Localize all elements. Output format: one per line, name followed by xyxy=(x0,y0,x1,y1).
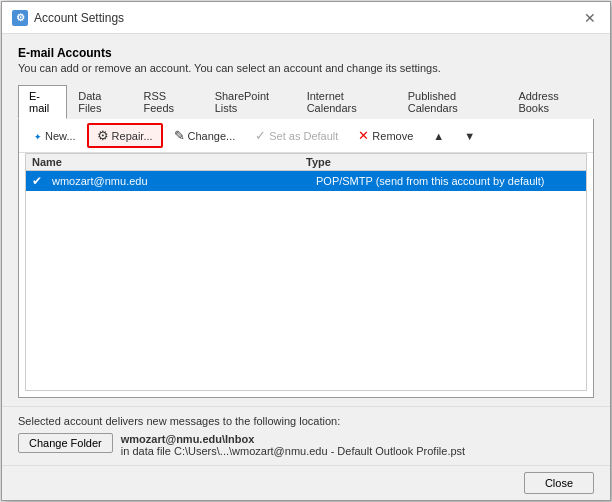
down-icon xyxy=(464,130,475,142)
up-icon xyxy=(433,130,444,142)
change-button[interactable]: Change... xyxy=(165,124,245,147)
remove-icon xyxy=(358,128,369,143)
default-icon xyxy=(255,128,266,143)
toolbar: New... Repair... Change... Set as Defaul… xyxy=(19,119,593,153)
account-name: wmozart@nmu.edu xyxy=(52,175,316,187)
footer-section: Selected account delivers new messages t… xyxy=(2,406,610,465)
accounts-table: Name Type wmozart@nmu.edu POP/SMTP (send… xyxy=(25,153,587,391)
footer-label: Selected account delivers new messages t… xyxy=(18,415,594,427)
section-desc: You can add or remove an account. You ca… xyxy=(18,62,594,74)
remove-button[interactable]: Remove xyxy=(349,124,422,147)
title-bar-left: ⚙ Account Settings xyxy=(12,10,124,26)
tab-content: New... Repair... Change... Set as Defaul… xyxy=(18,119,594,398)
tab-rss-feeds[interactable]: RSS Feeds xyxy=(133,85,204,119)
repair-button[interactable]: Repair... xyxy=(87,123,163,148)
section-title: E-mail Accounts xyxy=(18,46,594,60)
new-button[interactable]: New... xyxy=(25,124,85,147)
set-default-label: Set as Default xyxy=(269,130,338,142)
dialog-icon: ⚙ xyxy=(12,10,28,26)
type-column-header: Type xyxy=(306,156,580,168)
tab-sharepoint-lists[interactable]: SharePoint Lists xyxy=(204,85,296,119)
footer-row: Change Folder wmozart@nmu.edu\Inbox in d… xyxy=(18,433,594,457)
title-bar: ⚙ Account Settings ✕ xyxy=(2,2,610,34)
set-default-button[interactable]: Set as Default xyxy=(246,124,347,147)
dialog-body: E-mail Accounts You can add or remove an… xyxy=(2,34,610,406)
change-label: Change... xyxy=(188,130,236,142)
repair-label: Repair... xyxy=(112,130,153,142)
tab-internet-calendars[interactable]: Internet Calendars xyxy=(296,85,397,119)
folder-path: wmozart@nmu.edu\Inbox xyxy=(121,433,465,445)
move-down-button[interactable] xyxy=(455,126,484,146)
folder-data-file: in data file C:\Users\...\wmozart@nmu.ed… xyxy=(121,445,465,457)
tabs: E-mail Data Files RSS Feeds SharePoint L… xyxy=(18,84,594,119)
remove-label: Remove xyxy=(372,130,413,142)
account-settings-dialog: ⚙ Account Settings ✕ E-mail Accounts You… xyxy=(1,1,611,501)
tab-data-files[interactable]: Data Files xyxy=(67,85,132,119)
name-column-header: Name xyxy=(32,156,306,168)
bottom-bar: Close xyxy=(2,465,610,500)
move-up-button[interactable] xyxy=(424,126,453,146)
tab-published-calendars[interactable]: Published Calendars xyxy=(397,85,508,119)
change-icon xyxy=(174,128,185,143)
close-dialog-button[interactable]: Close xyxy=(524,472,594,494)
folder-info: wmozart@nmu.edu\Inbox in data file C:\Us… xyxy=(121,433,465,457)
new-icon xyxy=(34,128,42,143)
window-close-button[interactable]: ✕ xyxy=(580,8,600,28)
tab-address-books[interactable]: Address Books xyxy=(507,85,594,119)
dialog-title: Account Settings xyxy=(34,11,124,25)
account-type: POP/SMTP (send from this account by defa… xyxy=(316,175,580,187)
change-folder-button[interactable]: Change Folder xyxy=(18,433,113,453)
row-selected-icon xyxy=(32,174,48,188)
repair-icon xyxy=(97,128,109,143)
table-body: wmozart@nmu.edu POP/SMTP (send from this… xyxy=(26,171,586,390)
tab-email[interactable]: E-mail xyxy=(18,85,67,119)
new-label: New... xyxy=(45,130,76,142)
table-row[interactable]: wmozart@nmu.edu POP/SMTP (send from this… xyxy=(26,171,586,191)
table-header: Name Type xyxy=(26,154,586,171)
